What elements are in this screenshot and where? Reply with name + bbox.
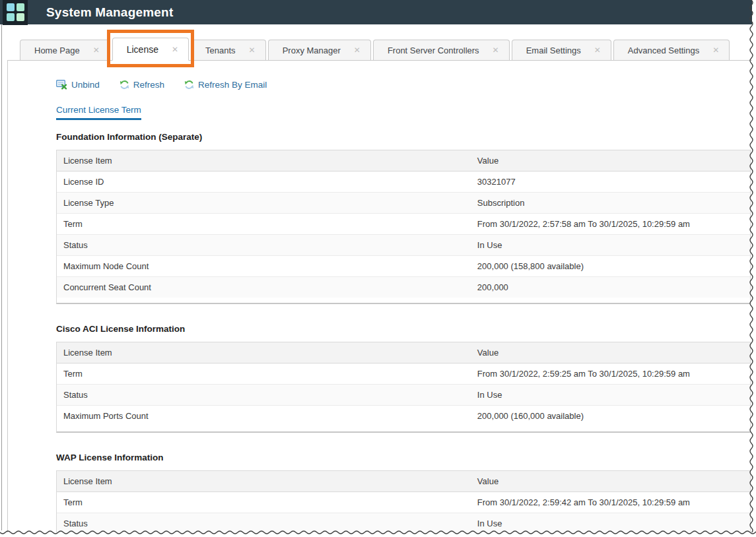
refresh-by-email-button[interactable]: Refresh By Email <box>184 80 267 90</box>
table-row: Status In Use <box>57 234 750 255</box>
refresh-button[interactable]: Refresh <box>120 80 164 90</box>
license-item-cell: Maximum Node Count <box>57 255 471 276</box>
page-title: System Management <box>46 5 173 20</box>
app-menu-button[interactable] <box>3 0 28 25</box>
license-sections: Foundation Information (Separate) Licens… <box>56 132 751 537</box>
column-header-value: Value <box>471 471 750 491</box>
tab-label: Home Page <box>29 46 85 55</box>
table-row: Term From 30/1/2022, 2:59:42 am To 30/1/… <box>57 491 750 513</box>
column-header-license-item: License Item <box>57 150 471 171</box>
value-cell: From 30/1/2022, 2:59:42 am To 30/1/2025,… <box>471 491 750 513</box>
license-item-cell: License Type <box>57 192 471 213</box>
table-row: Term From 30/1/2022, 2:59:25 am To 30/1/… <box>57 363 750 384</box>
license-section: Foundation Information (Separate) Licens… <box>56 132 751 304</box>
tab-label: Proxy Manager <box>277 46 346 55</box>
tab-close-icon[interactable]: ✕ <box>593 45 602 55</box>
table-row: Concurrent Seat Count 200,000 <box>57 276 750 298</box>
grid-logo-icon <box>7 3 24 21</box>
license-item-cell: License ID <box>57 171 471 192</box>
license-table: License Item Value License ID 30321077 L… <box>56 150 751 304</box>
license-item-cell: Term <box>57 213 471 234</box>
tab-license[interactable]: License ✕ <box>112 38 189 61</box>
value-cell: In Use <box>471 234 750 255</box>
license-section: WAP License Information License Item Val… <box>56 453 751 537</box>
section-title: WAP License Information <box>56 453 751 462</box>
table-row: Maximum Ports Count 200,000 (160,000 ava… <box>57 405 750 426</box>
license-item-cell: Term <box>57 491 471 513</box>
tab-label: Front Server Controllers <box>382 46 485 55</box>
license-item-cell: Maximum Ports Count <box>57 405 471 426</box>
table-row: Maximum Node Count 200,000 (158,800 avai… <box>57 255 750 276</box>
license-item-cell: Term <box>57 363 471 384</box>
column-header-license-item: License Item <box>57 342 471 363</box>
tab-close-icon[interactable]: ✕ <box>248 45 257 55</box>
tab-email-settings[interactable]: Email Settings ✕ <box>512 40 611 60</box>
tab-advanced-settings[interactable]: Advanced Settings ✕ <box>613 40 730 60</box>
tab-close-icon[interactable]: ✕ <box>353 45 362 55</box>
tab-front-server-controllers[interactable]: Front Server Controllers ✕ <box>373 40 510 60</box>
table-row: Status In Use <box>57 384 750 405</box>
tab-strip: Home Page ✕ License ✕ Tenants ✕ Proxy Ma… <box>7 37 756 61</box>
table-header-row: License Item Value <box>57 471 750 491</box>
table-header-row: License Item Value <box>57 342 750 363</box>
value-cell: 30321077 <box>471 171 750 192</box>
section-title: Foundation Information (Separate) <box>56 132 751 142</box>
app-header: System Management <box>0 0 756 24</box>
value-cell: From 30/1/2022, 2:57:58 am To 30/1/2025,… <box>471 213 750 234</box>
license-tab-panel: Unbind Refresh <box>7 61 756 537</box>
table-row: Term From 30/1/2022, 2:57:58 am To 30/1/… <box>57 213 750 234</box>
value-cell: Subscription <box>471 192 750 213</box>
license-item-cell: Status <box>57 234 471 255</box>
unbind-icon <box>56 79 67 90</box>
license-table: License Item Value Term From 30/1/2022, … <box>56 470 751 537</box>
tab-close-icon[interactable]: ✕ <box>170 44 180 55</box>
table-row: License Type Subscription <box>57 192 750 213</box>
table-row: License ID 30321077 <box>57 171 750 192</box>
value-cell: 200,000 (160,000 available) <box>471 405 750 426</box>
license-section: Cisco ACI License Information License It… <box>56 324 751 433</box>
license-item-cell: Concurrent Seat Count <box>57 276 471 298</box>
tab-tenants[interactable]: Tenants ✕ <box>191 40 266 60</box>
value-cell: 200,000 <box>471 276 750 298</box>
tab-close-icon[interactable]: ✕ <box>92 45 101 55</box>
table-header-row: License Item Value <box>57 150 750 171</box>
torn-right-edge <box>747 0 756 537</box>
tab-label: License <box>121 44 164 55</box>
tab-label: Advanced Settings <box>623 46 704 55</box>
column-header-value: Value <box>471 150 750 171</box>
tab-close-icon[interactable]: ✕ <box>711 45 720 55</box>
toolbar: Unbind Refresh <box>56 79 751 90</box>
tab-label: Email Settings <box>521 46 586 55</box>
unbind-button[interactable]: Unbind <box>56 79 100 90</box>
value-cell: 200,000 (158,800 available) <box>471 255 750 276</box>
refresh-by-email-icon <box>184 80 194 90</box>
torn-bottom-edge <box>0 528 756 537</box>
license-table: License Item Value Term From 30/1/2022, … <box>56 342 751 433</box>
refresh-icon <box>120 80 129 90</box>
tab-close-icon[interactable]: ✕ <box>491 45 500 55</box>
window-left-edge <box>1 24 2 530</box>
license-item-cell: Status <box>57 384 471 405</box>
tab-proxy-manager[interactable]: Proxy Manager ✕ <box>268 40 371 60</box>
tab-home-page[interactable]: Home Page ✕ <box>20 40 110 60</box>
system-management-window: System Management Home Page ✕ License ✕ … <box>0 0 756 537</box>
subtab-row: Current License Term <box>56 104 751 120</box>
subtab-current-license-term[interactable]: Current License Term <box>56 105 141 120</box>
column-header-value: Value <box>471 342 750 363</box>
tab-label: Tenants <box>200 46 241 55</box>
value-cell: In Use <box>471 384 750 405</box>
value-cell: From 30/1/2022, 2:59:25 am To 30/1/2025,… <box>471 363 750 384</box>
section-title: Cisco ACI License Information <box>56 324 751 334</box>
column-header-license-item: License Item <box>57 471 471 491</box>
